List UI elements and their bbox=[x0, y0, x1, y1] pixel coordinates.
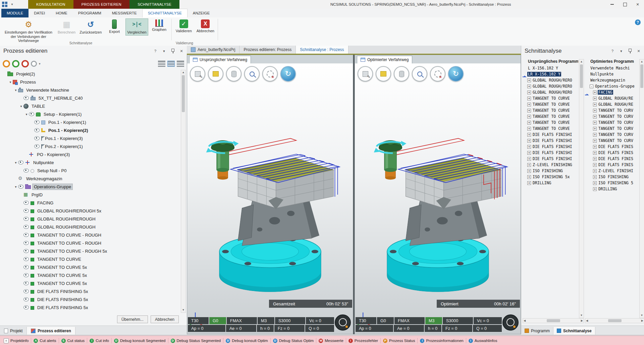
program-list-item-tangent-to-curve[interactable]: +TANGENT TO CURVE bbox=[523, 107, 579, 113]
program-list-item-facing[interactable]: +FACING bbox=[585, 89, 639, 95]
visibility-eye-icon[interactable] bbox=[18, 160, 23, 164]
scroll-down-icon[interactable]: ▼ bbox=[182, 308, 185, 312]
scroll-thumb[interactable] bbox=[547, 319, 560, 322]
status-item-auswahlinfos[interactable]: iAuswahlinfos bbox=[466, 339, 500, 343]
panel-pin-icon[interactable] bbox=[627, 48, 633, 54]
program-list-item-tangent-to-curv[interactable]: +TANGENT TO CURV bbox=[585, 138, 639, 144]
original-list-scrollbar[interactable]: ▲ ▼ bbox=[579, 59, 584, 318]
program-list-item-z-level-finishing[interactable]: +Z-LEVEL FINISHING bbox=[523, 162, 579, 168]
program-list-item-die-flats-finishi[interactable]: +DIE FLATS FINISHI bbox=[523, 138, 579, 144]
expand-caret-icon[interactable]: ▾ bbox=[13, 88, 18, 92]
visibility-eye-icon[interactable] bbox=[23, 305, 29, 309]
program-list-item-drilling[interactable]: +DRILLING bbox=[523, 180, 579, 186]
optimized-list-scrollbar[interactable]: ▲ ▼ bbox=[639, 59, 644, 318]
program-list-item-tangent-to-curve[interactable]: +TANGENT TO CURVE bbox=[523, 119, 579, 126]
program-list-item-die-flats-finis[interactable]: +DIE FLATS FINIS bbox=[585, 150, 639, 156]
stock-icon[interactable] bbox=[208, 66, 223, 82]
program-list-item-l-x-156-102-y[interactable]: L X-156.102 Y bbox=[523, 65, 579, 71]
visibility-eye-icon[interactable] bbox=[29, 112, 34, 116]
visibility-eye-icon[interactable] bbox=[23, 217, 29, 221]
ribbon-tab-programm[interactable]: PROGRAMM bbox=[73, 9, 107, 17]
tree-item-prgid[interactable]: PrgID bbox=[1, 191, 179, 199]
status-item-debug-konsult-segmented[interactable]: DDebug konsult Segmented bbox=[112, 339, 168, 343]
expand-icon[interactable]: + bbox=[527, 79, 531, 82]
status-item-prozess-status[interactable]: PProzess Status bbox=[381, 339, 417, 343]
program-list-item-die-flats-finishi[interactable]: +DIE FLATS FINISHI bbox=[523, 144, 579, 150]
zoom-icon[interactable] bbox=[412, 66, 427, 82]
program-list-item-z-level-finishi[interactable]: +Z-LEVEL FINISHI bbox=[585, 168, 639, 174]
tree-item-facing[interactable]: FACING bbox=[1, 199, 179, 207]
program-list-item-verwendete-maschi[interactable]: Verwendete Maschi bbox=[585, 65, 639, 71]
visibility-eye-icon[interactable] bbox=[34, 144, 40, 148]
program-list-item-tangent-to-curv[interactable]: +TANGENT TO CURV bbox=[585, 126, 639, 132]
expand-icon[interactable]: + bbox=[593, 127, 597, 131]
expand-icon[interactable]: + bbox=[593, 109, 597, 112]
expand-icon[interactable]: + bbox=[527, 97, 531, 100]
expand-icon[interactable]: + bbox=[593, 157, 597, 161]
document-tab-aero-butterfly-ncsprj[interactable]: Aero_butterfly.NcsPrj bbox=[187, 46, 239, 54]
program-list-item-die-flats-finis[interactable]: +DIE FLATS FINIS bbox=[585, 144, 639, 150]
visibility-eye-icon[interactable] bbox=[23, 225, 29, 229]
expand-icon[interactable]: + bbox=[593, 97, 597, 100]
expand-icon[interactable]: + bbox=[593, 151, 597, 155]
expand-caret-icon[interactable]: ▾ bbox=[8, 80, 13, 84]
visibility-eye-icon[interactable] bbox=[34, 136, 40, 140]
tree-item-tangent-to-curve-rough[interactable]: TANGENT TO CURVE - ROUGH bbox=[1, 239, 179, 247]
rotate-icon[interactable]: ↻ bbox=[280, 66, 296, 82]
expand-icon[interactable]: + bbox=[527, 103, 531, 106]
program-list-item-global-rough-re[interactable]: +GLOBAL ROUGH/RE bbox=[585, 101, 639, 107]
ncsimul-gray-icon[interactable] bbox=[31, 61, 37, 67]
scroll-thumb[interactable] bbox=[580, 64, 583, 88]
program-list-item-tangent-to-curv[interactable]: +TANGENT TO CURV bbox=[585, 107, 639, 113]
deselect-icon[interactable] bbox=[430, 66, 445, 82]
viewport-3d-scene-original[interactable]: ↻ Gesamtzeit 00h 02' 53" T30G0FMAXM3S300… bbox=[187, 63, 353, 334]
visibility-eye-icon[interactable] bbox=[23, 168, 29, 172]
program-list-item-global-rough-rero[interactable]: +GLOBAL ROUGH/RERO bbox=[523, 77, 579, 83]
expand-icon[interactable]: + bbox=[593, 103, 597, 106]
document-tab-schnittanalyse-prozess[interactable]: Schnittanalyse : Prozess bbox=[296, 46, 348, 54]
program-list-item-tangent-to-curv[interactable]: +TANGENT TO CURV bbox=[585, 113, 639, 119]
jog-control-button[interactable] bbox=[335, 314, 351, 331]
expand-icon[interactable]: + bbox=[527, 139, 531, 143]
panel-pin-icon[interactable] bbox=[170, 48, 175, 54]
tree-scrollbar[interactable]: ▲ ▼ bbox=[181, 70, 186, 313]
panel-menu-icon[interactable]: ▾ bbox=[619, 48, 624, 54]
expand-icon[interactable]: + bbox=[527, 85, 531, 88]
minimize-button[interactable] bbox=[606, 0, 619, 9]
program-list-item-global-rough-rero[interactable]: +GLOBAL ROUGH/RERO bbox=[523, 89, 579, 95]
collapse-icon[interactable]: - bbox=[590, 85, 593, 88]
scroll-thumb[interactable] bbox=[640, 64, 643, 88]
tree-item-verwendete-maschine[interactable]: ▾Verwendete Maschine bbox=[1, 86, 179, 94]
expand-icon[interactable]: + bbox=[527, 121, 531, 125]
status-item-debug-konsult-optim[interactable]: DDebug konsult Optim bbox=[223, 339, 270, 343]
expand-icon[interactable]: + bbox=[527, 133, 531, 137]
ncsimul-green-icon[interactable] bbox=[12, 60, 19, 67]
status-item-cut-info[interactable]: iCut info bbox=[87, 339, 111, 343]
ribbon-tab-messwerte[interactable]: MESSWERTE bbox=[107, 9, 142, 17]
panel-menu-icon[interactable]: ▾ bbox=[161, 48, 167, 54]
expand-icon[interactable]: + bbox=[527, 127, 531, 131]
zoom-icon[interactable] bbox=[244, 66, 260, 82]
quick-tab-konsultation[interactable]: KONSULTATION bbox=[28, 0, 73, 9]
panel-help-icon[interactable]: ? bbox=[610, 48, 615, 54]
optimized-list-hscrollbar[interactable]: ◀ ▶ bbox=[585, 318, 644, 323]
expand-icon[interactable]: + bbox=[527, 163, 531, 167]
visibility-eye-icon[interactable] bbox=[23, 249, 29, 253]
tree-item-die-flats-finishing-5x[interactable]: DIE FLATS FINISHING 5x bbox=[1, 303, 179, 311]
scroll-right-icon[interactable]: ▶ bbox=[581, 319, 583, 322]
visibility-eye-icon[interactable] bbox=[34, 128, 40, 132]
expand-icon[interactable]: + bbox=[593, 169, 597, 173]
view-compact-icon[interactable] bbox=[177, 61, 184, 67]
tree-item-die-flats-finishing-5x[interactable]: DIE FLATS FINISHING 5x bbox=[1, 295, 179, 303]
visibility-eye-icon[interactable] bbox=[23, 281, 29, 285]
ribbon-button-abbrechen[interactable]: Abbrechen bbox=[195, 18, 216, 34]
expand-icon[interactable]: + bbox=[527, 157, 531, 161]
program-list-item-tangent-to-curv[interactable]: +TANGENT TO CURV bbox=[585, 132, 639, 138]
tree-item-global-rough-rerough[interactable]: GLOBAL ROUGH/REROUGH bbox=[1, 223, 179, 231]
expand-icon[interactable]: + bbox=[593, 181, 597, 185]
bottom-tab-projekt[interactable]: Projekt bbox=[0, 327, 27, 335]
ribbon-tab-datei[interactable]: DATEI bbox=[29, 9, 50, 17]
view-list-icon[interactable] bbox=[158, 61, 165, 67]
status-item-prozessfehler[interactable]: !Prozessfehler bbox=[346, 339, 380, 343]
scroll-up-icon[interactable]: ▲ bbox=[182, 70, 185, 75]
